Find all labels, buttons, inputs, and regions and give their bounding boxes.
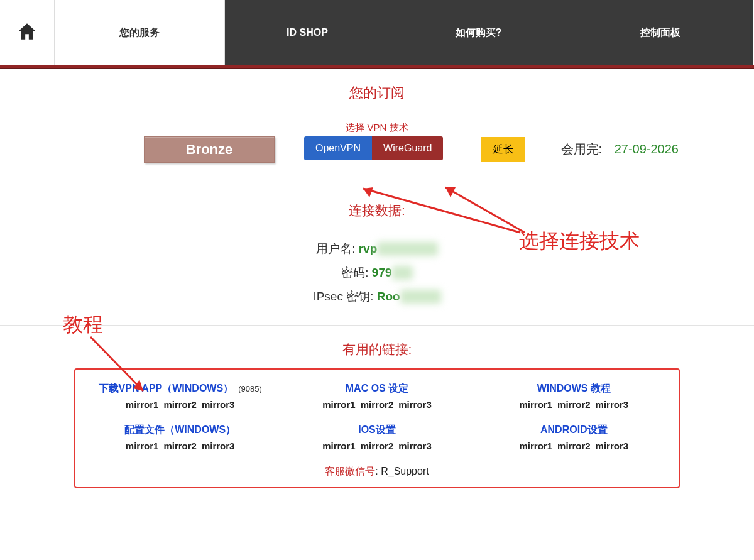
connection-title: 连接数据:	[0, 202, 754, 219]
nav-shop[interactable]: ID SHOP	[225, 0, 390, 65]
mirror-link[interactable]: mirror3	[202, 441, 235, 451]
mirror-link[interactable]: mirror1	[126, 441, 159, 451]
link-title[interactable]: 配置文件（WINDOWS）	[82, 424, 278, 437]
colon: :	[375, 466, 381, 476]
password-label: 密码:	[341, 266, 368, 279]
mirror-link[interactable]: mirror1	[126, 399, 159, 410]
vpn-tech-label: 选择 VPN 技术	[346, 122, 408, 134]
link-title[interactable]: IOS设置	[278, 424, 475, 437]
mirror-row: mirror1mirror2mirror3	[476, 399, 672, 410]
password-prefix: 979	[372, 266, 392, 279]
link-cell: 下载VPN APP（WINDOWS）(9085)mirror1mirror2mi…	[82, 382, 278, 410]
username-prefix: rvp	[359, 242, 378, 255]
ipsec-label: IPsec 密钥:	[313, 290, 373, 303]
mirror-link[interactable]: mirror3	[596, 441, 629, 451]
nav-shop-label: ID SHOP	[287, 27, 328, 38]
plan-name: Bronze	[186, 141, 233, 158]
link-cell: IOS设置mirror1mirror2mirror3	[278, 424, 475, 451]
mirror-row: mirror1mirror2mirror3	[82, 399, 278, 410]
mirror-link[interactable]: mirror2	[361, 399, 394, 410]
top-nav: 您的服务 ID SHOP 如何购买? 控制面板	[0, 0, 754, 66]
link-title[interactable]: 下载VPN APP（WINDOWS）(9085)	[82, 382, 278, 395]
extend-button[interactable]: 延长	[481, 137, 525, 162]
vpn-tech-toggle: OpenVPN WireGuard	[304, 136, 443, 160]
divider	[0, 325, 754, 326]
username-row: 用户名: rvpxxxxxxxx	[316, 241, 438, 257]
link-title[interactable]: ANDROID设置	[476, 424, 672, 437]
home-icon	[16, 21, 38, 45]
links-grid: 下载VPN APP（WINDOWS）(9085)mirror1mirror2mi…	[82, 382, 672, 451]
expiry: 会用完: 27-09-2026	[561, 141, 679, 158]
link-count: (9085)	[238, 384, 262, 393]
ipsec-hidden: xxxxx	[400, 290, 441, 304]
mirror-row: mirror1mirror2mirror3	[278, 441, 475, 451]
mirror-row: mirror1mirror2mirror3	[476, 441, 672, 451]
nav-how[interactable]: 如何购买?	[390, 0, 567, 65]
password-row: 密码: 979xx	[341, 265, 412, 281]
wireguard-button[interactable]: WireGuard	[372, 136, 443, 160]
link-cell: WINDOWS 教程mirror1mirror2mirror3	[476, 382, 672, 410]
mirror-link[interactable]: mirror1	[322, 441, 356, 451]
links-title: 有用的链接:	[0, 341, 754, 358]
plan-row: 选择 VPN 技术 Bronze OpenVPN WireGuard 延长 会用…	[0, 114, 754, 189]
support-line: 客服微信号: R_Support	[82, 465, 672, 478]
nav-services-label: 您的服务	[119, 26, 160, 40]
support-value: R_Support	[381, 466, 429, 476]
link-cell: ANDROID设置mirror1mirror2mirror3	[476, 424, 672, 451]
mirror-link[interactable]: mirror1	[322, 399, 356, 410]
mirror-link[interactable]: mirror3	[596, 399, 629, 410]
username-hidden: xxxxxxxx	[377, 242, 438, 256]
nav-home[interactable]	[0, 0, 55, 65]
ipsec-row: IPsec 密钥: Rooxxxxx	[313, 288, 440, 305]
link-title[interactable]: WINDOWS 教程	[476, 382, 672, 395]
link-cell: 配置文件（WINDOWS）mirror1mirror2mirror3	[82, 424, 278, 451]
mirror-link[interactable]: mirror3	[398, 441, 432, 451]
nav-how-label: 如何购买?	[456, 26, 502, 40]
subscription-title: 您的订阅	[0, 84, 754, 102]
link-cell: MAC OS 设定mirror1mirror2mirror3	[278, 382, 475, 410]
nav-services[interactable]: 您的服务	[55, 0, 225, 65]
nav-panel-label: 控制面板	[640, 26, 680, 40]
mirror-link[interactable]: mirror2	[361, 441, 394, 451]
links-box: 下载VPN APP（WINDOWS）(9085)mirror1mirror2mi…	[74, 368, 680, 488]
mirror-link[interactable]: mirror2	[557, 441, 591, 451]
mirror-link[interactable]: mirror1	[520, 399, 553, 410]
support-label: 客服微信号	[325, 466, 375, 476]
mirror-row: mirror1mirror2mirror3	[278, 399, 475, 410]
expiry-label: 会用完:	[561, 142, 603, 156]
connection-section: 连接数据: 用户名: rvpxxxxxxxx 密码: 979xx IPsec 密…	[0, 189, 754, 325]
mirror-link[interactable]: mirror2	[557, 399, 591, 410]
ipsec-prefix: Roo	[377, 290, 400, 303]
nav-underline	[0, 65, 754, 69]
username-label: 用户名:	[316, 242, 355, 255]
mirror-link[interactable]: mirror1	[520, 441, 553, 451]
plan-badge: Bronze	[144, 136, 275, 163]
mirror-link[interactable]: mirror2	[163, 399, 197, 410]
mirror-link[interactable]: mirror3	[202, 399, 235, 410]
password-hidden: xx	[392, 266, 413, 280]
nav-panel[interactable]: 控制面板	[567, 0, 753, 65]
openvpn-button[interactable]: OpenVPN	[304, 136, 372, 160]
mirror-row: mirror1mirror2mirror3	[82, 441, 278, 451]
expiry-date: 27-09-2026	[615, 142, 679, 156]
mirror-link[interactable]: mirror3	[398, 399, 432, 410]
mirror-link[interactable]: mirror2	[163, 441, 197, 451]
link-title[interactable]: MAC OS 设定	[278, 382, 475, 395]
